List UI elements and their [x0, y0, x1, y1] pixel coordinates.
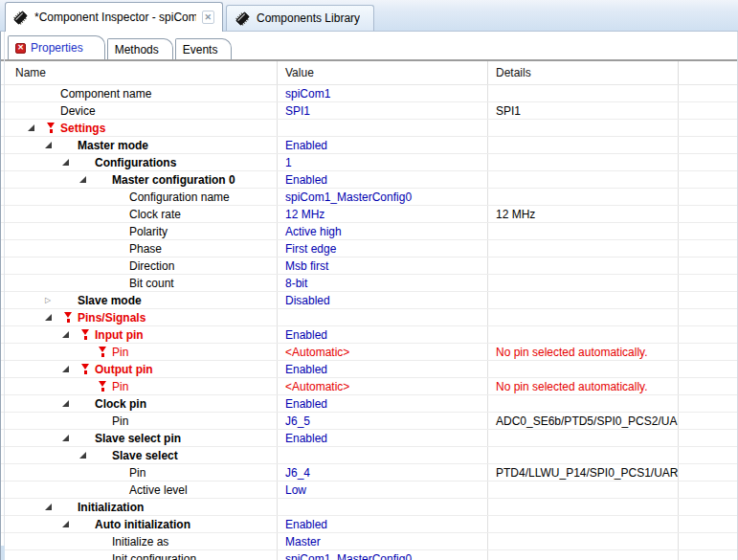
property-value[interactable]: J6_5	[277, 413, 487, 429]
editor-tab-bar: *Component Inspector - spiCom1 ✕ Compone…	[0, 0, 738, 32]
property-value[interactable]: 1	[277, 154, 487, 170]
close-icon[interactable]: ✕	[202, 11, 214, 24]
table-row[interactable]: Output pin Enabled	[1, 361, 737, 378]
tab-properties[interactable]: ✕ Properties	[8, 35, 105, 59]
expander-icon[interactable]	[26, 124, 43, 131]
table-row[interactable]: Pin J6_5 ADC0_SE6b/PTD5/SPI0_PCS2/UAR...	[1, 413, 737, 430]
expander-icon[interactable]	[60, 400, 78, 407]
tab-component-inspector[interactable]: *Component Inspector - spiCom1 ✕	[5, 2, 223, 32]
table-row[interactable]: Pins/Signals	[1, 309, 737, 326]
tree-indent	[1, 420, 78, 421]
table-row[interactable]: Init configuration spiCom1_MasterConfig0	[1, 550, 737, 560]
expander-icon[interactable]	[60, 366, 78, 372]
expander-icon[interactable]	[60, 159, 78, 166]
table-row[interactable]: Pin <Automatic> No pin selected automati…	[1, 344, 737, 361]
table-row[interactable]: Direction Msb first	[1, 258, 737, 275]
property-value[interactable]: Disabled	[277, 292, 487, 308]
property-value[interactable]: Enabled	[277, 326, 487, 343]
table-row[interactable]: Clock pin Enabled	[1, 395, 737, 413]
property-value[interactable]	[277, 120, 487, 136]
expander-icon[interactable]	[43, 314, 60, 321]
property-value[interactable]	[277, 499, 487, 515]
property-value[interactable]: Master	[277, 533, 487, 549]
table-row[interactable]: Active level Low	[1, 482, 737, 499]
table-row[interactable]: Pin <Automatic> No pin selected automati…	[1, 378, 737, 395]
property-value[interactable]: spiCom1_MasterConfig0	[277, 550, 487, 560]
column-header-extra	[678, 61, 737, 84]
tab-title: Components Library	[257, 11, 360, 25]
property-value[interactable]: <Automatic>	[277, 378, 487, 394]
table-row[interactable]: Device SPI1 SPI1	[1, 102, 737, 120]
table-row[interactable]: Slave mode Disabled	[1, 292, 737, 309]
table-row[interactable]: Clock rate 12 MHz 12 MHz	[1, 206, 737, 223]
property-value[interactable]: <Automatic>	[277, 344, 487, 360]
property-value[interactable]: 8-bit	[277, 275, 487, 291]
table-row[interactable]: Slave select	[1, 447, 737, 464]
column-header-name[interactable]: Name	[1, 61, 277, 84]
expander-icon[interactable]	[60, 435, 78, 441]
expander-icon[interactable]	[60, 331, 78, 338]
expander-icon[interactable]	[43, 297, 60, 304]
table-row[interactable]: Bit count 8-bit	[1, 275, 737, 292]
table-row[interactable]: Initialize as Master	[1, 533, 737, 550]
expander-icon[interactable]	[43, 142, 60, 148]
expander-icon[interactable]	[78, 176, 95, 183]
property-value[interactable]	[277, 309, 487, 325]
property-name: Settings	[58, 122, 105, 135]
table-row[interactable]: Initialization	[1, 499, 737, 516]
property-value[interactable]: spiCom1_MasterConfig0	[277, 189, 487, 205]
empty-cell	[678, 464, 737, 481]
error-badge-icon: ✕	[15, 43, 26, 54]
table-row[interactable]: Pin J6_4 PTD4/LLWU_P14/SPI0_PCS1/UART...	[1, 464, 737, 482]
property-name: Slave mode	[76, 294, 142, 307]
table-row[interactable]: Configurations 1	[1, 154, 737, 171]
property-details: No pin selected automatically.	[487, 378, 678, 394]
property-name: Device	[58, 104, 96, 118]
empty-cell	[678, 275, 737, 291]
table-row[interactable]: Input pin Enabled	[1, 326, 737, 344]
expander-icon[interactable]	[78, 452, 95, 459]
expander-icon[interactable]	[60, 521, 78, 527]
property-details	[487, 361, 678, 377]
column-header-value[interactable]: Value	[277, 61, 487, 84]
property-value[interactable]: Enabled	[277, 171, 487, 188]
tree-indent	[1, 506, 43, 507]
property-details	[487, 395, 678, 412]
property-value[interactable]: Enabled	[277, 137, 487, 153]
table-row[interactable]: Configuration name spiCom1_MasterConfig0	[1, 189, 737, 206]
tab-events[interactable]: Events	[175, 38, 233, 59]
table-row[interactable]: Settings	[1, 120, 737, 137]
property-value[interactable]	[277, 447, 487, 463]
table-row[interactable]: Master mode Enabled	[1, 137, 737, 154]
tree-indent	[1, 558, 78, 559]
property-value[interactable]: Enabled	[277, 361, 487, 377]
property-details	[487, 430, 678, 446]
empty-cell	[678, 292, 737, 308]
name-cell: Pin	[1, 344, 277, 360]
table-row[interactable]: Polarity Active high	[1, 223, 737, 240]
property-value[interactable]: First edge	[277, 240, 487, 257]
property-value[interactable]: Msb first	[277, 258, 487, 274]
property-value[interactable]: Active high	[277, 223, 487, 239]
column-header-details[interactable]: Details	[487, 61, 678, 84]
tree-indent	[1, 162, 60, 163]
tree-indent	[1, 265, 95, 266]
table-row[interactable]: Master configuration 0 Enabled	[1, 171, 737, 189]
table-row[interactable]: Component name spiCom1	[1, 85, 737, 102]
property-value[interactable]: spiCom1	[277, 85, 487, 101]
tab-components-library[interactable]: Components Library	[226, 5, 374, 31]
table-row[interactable]: Phase First edge	[1, 240, 737, 258]
table-row[interactable]: Auto initialization Enabled	[1, 516, 737, 533]
property-value[interactable]: 12 MHz	[277, 206, 487, 222]
empty-cell	[678, 102, 737, 119]
property-value[interactable]: J6_4	[277, 464, 487, 481]
expander-icon[interactable]	[43, 504, 60, 510]
table-row[interactable]: Slave select pin Enabled	[1, 430, 737, 447]
property-value[interactable]: Enabled	[277, 395, 487, 412]
tab-methods[interactable]: Methods	[107, 38, 173, 59]
property-value[interactable]: Enabled	[277, 516, 487, 532]
property-value[interactable]: Enabled	[277, 430, 487, 446]
property-value[interactable]: SPI1	[277, 102, 487, 119]
property-details	[487, 137, 678, 153]
property-value[interactable]: Low	[277, 482, 487, 498]
